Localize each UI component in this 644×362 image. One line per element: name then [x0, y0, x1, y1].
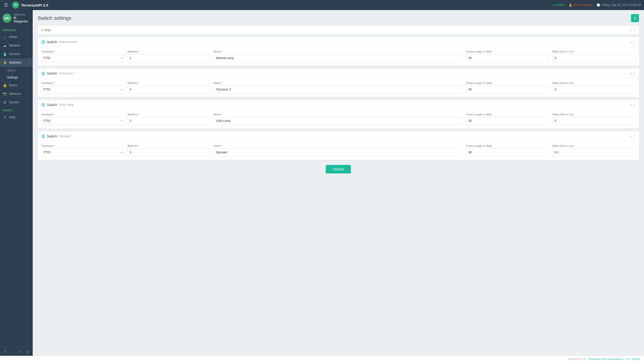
address-input-2[interactable]	[128, 85, 211, 94]
sidebar-footer: ⚙ ⛶ ↺ ⏻	[0, 347, 33, 356]
sidebar-system-label: System	[9, 101, 27, 104]
sidebar-item-doors[interactable]: 🔒 Doors ›	[0, 81, 33, 89]
sidebar-item-sensors[interactable]: 💧 Sensors ›	[0, 50, 33, 58]
hardware-select-wrap-1: FTDI	[41, 54, 125, 62]
time-label: Friday, July 28, 2017 6:38 AM	[601, 3, 641, 7]
switch-form-row-4: Hardware * FTDI Address * Name *	[41, 144, 635, 156]
switch-move-up-3[interactable]: ∧	[629, 103, 632, 107]
address-input-1[interactable]	[128, 54, 211, 62]
sidebar-item-system[interactable]: ⚙ System ›	[0, 98, 33, 107]
switch-card-actions-1: ∧ ×	[629, 40, 635, 44]
footer-text: TerrariumPI 2.5 · Terrarium home automat…	[567, 357, 640, 360]
name-input-2[interactable]	[214, 85, 463, 94]
sidebar-item-switches[interactable]: ⚡ Switches ∨	[0, 58, 33, 67]
power-input-2[interactable]	[466, 85, 549, 94]
sidebar-item-home[interactable]: ⌂ Home	[0, 33, 33, 41]
switch-card-body-3: Hardware * FTDI Address * Name *	[38, 110, 639, 128]
hardware-select-wrap-3: FTDI	[41, 117, 125, 125]
hardware-label-2: Hardware *	[41, 81, 125, 84]
welcome-text: Welcome,	[14, 13, 30, 16]
water-input-3[interactable]	[552, 117, 635, 125]
switch-close-3[interactable]: ×	[633, 103, 635, 107]
address-input-4[interactable]	[128, 148, 211, 156]
add-switch-button[interactable]: +	[631, 14, 639, 22]
submit-button[interactable]: Submit	[326, 165, 351, 173]
water-input-4[interactable]	[552, 148, 635, 156]
switch-move-up-1[interactable]: ∧	[629, 40, 632, 44]
switch-card-body-4: Hardware * FTDI Address * Name *	[38, 141, 639, 160]
power-icon-3: ⏻	[41, 103, 45, 107]
water-input-2[interactable]	[552, 85, 635, 94]
name-input-4[interactable]	[214, 148, 463, 156]
switch-move-up-4[interactable]: ∧	[629, 134, 632, 138]
switch-card-header-3: ⏻ Switch UVB Lamp ∧ ×	[38, 100, 639, 110]
topbar: ☰ PI TerrariumPI 2.5 ● Online 🔒 Door is …	[0, 0, 644, 10]
sidebar-switches-label: Switches	[9, 61, 26, 64]
address-input-3[interactable]	[128, 117, 211, 125]
water-label-4: Water flow in L/m	[552, 144, 635, 147]
switch-close-4[interactable]: ×	[633, 134, 635, 138]
name-group-3: Name *	[214, 113, 463, 125]
hardware-select-1[interactable]: FTDI	[41, 54, 125, 62]
app-footer: TerrariumPI 2.5 · Terrarium home automat…	[0, 356, 644, 362]
hardware-select-3[interactable]: FTDI	[41, 117, 125, 125]
topbar-left: ☰ PI TerrariumPI 2.5	[3, 1, 48, 9]
hardware-group-2: Hardware * FTDI	[41, 81, 125, 94]
help-close-icon[interactable]: ×	[633, 28, 635, 32]
hamburger-button[interactable]: ☰	[3, 1, 9, 9]
submit-area: Submit	[38, 165, 639, 178]
name-label-2: Name *	[214, 81, 463, 84]
footer-refresh-icon[interactable]: ↺	[19, 350, 22, 354]
sidebar-item-weather[interactable]: ☁ Weather ›	[0, 41, 33, 50]
online-icon: ●	[553, 3, 555, 7]
power-input-4[interactable]	[466, 148, 549, 156]
switch-title-4: Switch	[47, 134, 57, 138]
sensors-icon: 💧	[3, 52, 7, 56]
switches-chevron: ∨	[28, 61, 30, 64]
door-icon: 🔒	[569, 3, 572, 7]
sidebar-user: MD Welcome, M. Daygecko	[0, 10, 33, 26]
power-input-3[interactable]	[466, 117, 549, 125]
switch-close-1[interactable]: ×	[633, 40, 635, 44]
name-input-1[interactable]	[214, 54, 463, 62]
sidebar-item-help[interactable]: ℹ Help ›	[0, 113, 33, 121]
water-input-1[interactable]	[552, 54, 635, 62]
sidebar-item-switches-settings[interactable]: Settings	[7, 74, 33, 81]
help-collapse-icon[interactable]: ∧	[629, 28, 632, 32]
switch-move-up-2[interactable]: ∧	[629, 71, 632, 75]
sidebar-sensors-label: Sensors	[9, 52, 27, 56]
power-input-1[interactable]	[466, 54, 549, 62]
address-group-1: Address *	[128, 50, 211, 62]
switch-close-2[interactable]: ×	[633, 71, 635, 75]
about-section-label: ABOUT	[0, 107, 33, 113]
water-label-2: Water flow in L/m	[552, 81, 635, 84]
sidebar-item-switches-status[interactable]: Status	[7, 67, 33, 74]
footer-expand-icon[interactable]: ⛶	[11, 350, 15, 354]
footer-link[interactable]: Terrarium home automation v. 2.5 · Githu…	[588, 357, 640, 360]
topbar-right: ● Online 🔒 Door is closed 🕐 Friday, July…	[553, 3, 641, 7]
help-card-header[interactable]: ℹ Help ∧ ×	[38, 26, 639, 34]
water-group-4: Water flow in L/m	[552, 144, 635, 156]
hardware-select-2[interactable]: FTDI	[41, 85, 125, 94]
address-group-3: Address *	[128, 113, 211, 125]
address-group-4: Address *	[128, 144, 211, 156]
water-group-3: Water flow in L/m	[552, 113, 635, 125]
address-label-2: Address *	[128, 81, 211, 84]
switch-card-2: ⏻ Switch Terrarium 2 ∧ × Hardware * FTDI	[38, 69, 639, 97]
sidebar: MD Welcome, M. Daygecko GENERAL ⌂ Home ☁…	[0, 10, 33, 356]
doors-icon: 🔒	[3, 83, 7, 87]
power-icon-2: ⏻	[41, 71, 45, 76]
hardware-select-4[interactable]: FTDI	[41, 148, 125, 156]
footer-power-icon[interactable]: ⏻	[26, 350, 29, 354]
brand-name: TerrariumPI 2.5	[21, 3, 48, 7]
power-icon-1: ⏻	[41, 40, 45, 44]
power-icon-4: ⏻	[41, 134, 45, 139]
name-input-3[interactable]	[214, 117, 463, 125]
water-group-1: Water flow in L/m	[552, 50, 635, 62]
footer-settings-icon[interactable]: ⚙	[4, 350, 7, 354]
switch-card-header-4: ⏻ Switch Sproeier ∧ ×	[38, 131, 639, 141]
general-section-label: GENERAL	[0, 26, 33, 33]
name-group-2: Name *	[214, 81, 463, 94]
sidebar-item-webcam[interactable]: 📷 Webcam ›	[0, 89, 33, 98]
switch-card-actions-4: ∧ ×	[629, 134, 635, 138]
